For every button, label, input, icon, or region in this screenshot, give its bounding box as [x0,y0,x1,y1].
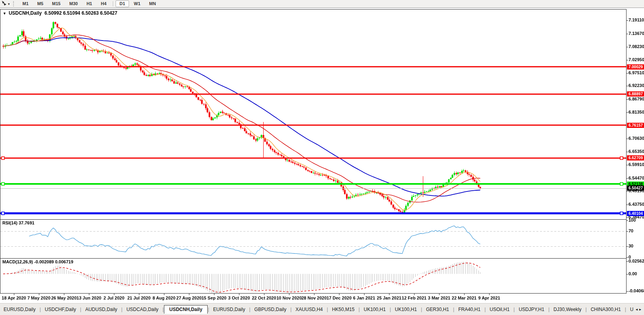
tab-scroll-right-icon[interactable]: ▸ [639,307,643,311]
toolbar-separator [113,1,113,6]
tab-dj30-weekly[interactable]: DJ30,Weekly [550,305,585,313]
price-axis-label: 7.02950 [629,57,644,62]
date-axis-label: 3 Oct 2020 [228,296,250,300]
cursor-tool-button[interactable]: ▾ [0,0,12,8]
price-axis-label: 6.81350 [629,110,644,114]
price-axis-label: 6.54470 [629,176,644,180]
date-axis-label: 26 May 2020 [51,296,77,300]
price-chart-canvas[interactable] [0,0,644,315]
current-price-label: 6.50427 [627,186,644,191]
tab-gbpusd-daily[interactable]: GBPUSD,Daily [251,305,290,313]
tab-uk100-h1[interactable]: UK100,H1 [391,305,420,313]
timeframe-button-d1[interactable]: D1 [116,0,129,7]
timeframe-buttons: M1M5M15M30H1H4D1W1MN [18,0,160,7]
price-axis-label: 6.65350 [629,149,644,154]
tab-usoil-h1[interactable]: USOil,H1 [486,305,513,313]
hline-price-label[interactable]: 6.62709 [627,155,644,160]
tab-usdchf-daily[interactable]: USDCHF,Daily [41,305,80,313]
price-axis-label: 7.08230 [629,44,644,49]
toolbar-grip [13,1,15,6]
date-axis-label: 27 Aug 2020 [176,296,202,300]
tab-usdcnh-daily[interactable]: USDCNH,Daily [164,305,207,314]
date-axis-label: 7 May 2020 [27,296,50,300]
tab-eurusd-daily[interactable]: EURUSD,Daily [210,305,249,313]
timeframe-button-mn[interactable]: MN [145,0,160,7]
rsi-axis-label: 70 [629,228,633,233]
rsi-axis-label: 100 [629,218,636,222]
hline-price-label[interactable]: 6.40104 [627,211,644,216]
price-axis-label: 6.59910 [629,162,644,167]
macd-axis-label: -0.040687 [629,288,644,293]
tab-hk50-m15[interactable]: HK50,M15 [328,305,358,313]
price-axis-label: 6.43750 [629,202,644,207]
price-axis-label: 6.86790 [629,97,644,101]
chart-ohlc-values: 6.50992 6.51094 6.50263 6.50427 [44,10,118,16]
tab-fra40-h1[interactable]: FRA40,H1 [455,305,484,313]
chart-symbol-dropdown-icon[interactable]: ▼ [3,12,6,15]
timeframe-button-m5[interactable]: M5 [33,0,47,7]
date-axis-label: 25 Jan 2021 [377,296,401,300]
timeframe-button-w1[interactable]: W1 [130,0,145,7]
chart-tab-bar: EURUSD,Daily|USDCHF,Daily|AUDUSD,Daily|U… [0,303,644,315]
timeframe-button-h1[interactable]: H1 [83,0,96,7]
caret-down-icon: ▾ [8,2,10,6]
date-axis-label: 18 Apr 2020 [2,296,26,300]
date-axis-label: 21 Jul 2020 [127,296,151,300]
timeframe-toolbar: ▾ M1M5M15M30H1H4D1W1MN [0,0,644,8]
tab-audusd-daily[interactable]: AUDUSD,Daily [82,305,121,313]
chart-title: ▼USDCNH,Daily 6.50992 6.51094 6.50263 6.… [3,10,117,16]
crosshair-pointer-icon [1,0,7,8]
trading-app-window: ▾ M1M5M15M30H1H4D1W1MN ▼USDCNH,Daily 6.5… [0,0,644,315]
tab-xauusd-h4[interactable]: XAUUSD,H4 [292,305,326,313]
date-axis-label: 2 Jul 2020 [104,296,125,300]
tab-ger30-h1[interactable]: GER30,H1 [422,305,453,313]
tab-eurusd-daily[interactable]: EURUSD,Daily [0,305,39,313]
macd-axis-label: 0.025623 [629,259,644,263]
macd-axis-label: 0.00 [629,271,637,276]
date-axis-label: 10 Nov 2020 [276,296,302,300]
date-axis-label: 3 Mar 2021 [428,296,450,300]
hline-price-label[interactable]: 7.00029 [627,64,644,70]
macd-label: MACD(12,26,9) -0.002089 0.006719 [2,259,73,264]
date-axis-label: 17 Dec 2020 [327,296,352,300]
timeframe-button-h4[interactable]: H4 [97,0,110,7]
date-axis-label: 9 Apr 2021 [478,296,500,300]
date-axis-label: 8 Aug 2020 [152,296,175,300]
tab-usdcad-daily[interactable]: USDCAD,Daily [123,305,162,313]
rsi-axis-label: 30 [629,243,633,248]
chart-symbol: USDCNH,Daily [9,10,42,16]
date-axis-label: 6 Jan 2021 [353,296,375,300]
price-axis-label: 7.13670 [629,31,644,36]
price-axis-label: 7.19110 [629,17,644,22]
date-axis-label: 22 Oct 2020 [252,296,276,300]
date-axis-label: 22 Mar 2021 [452,296,476,300]
date-axis-label: 15 Sep 2020 [202,296,227,300]
tab-china300-h1[interactable]: CHINA300,H1 [587,305,625,313]
timeframe-button-m1[interactable]: M1 [19,0,33,7]
tab-usdjpy-h1[interactable]: USDJPY,H1 [515,305,548,313]
timeframe-button-m15[interactable]: M15 [48,0,64,7]
date-axis-label: 28 Nov 2020 [301,296,327,300]
price-axis-label: 6.97510 [629,70,644,75]
hline-price-label[interactable]: 6.88897 [627,91,644,97]
hline-price-label[interactable]: 6.76157 [627,123,644,128]
rsi-label: RSI(14) 37.7691 [2,220,35,225]
tab-scroll-left-icon[interactable]: ◂ [636,307,639,311]
price-axis-label: 6.70630 [629,136,644,141]
timeframe-button-m30[interactable]: M30 [66,0,82,7]
date-axis-label: 13 Jun 2020 [77,296,101,300]
tab-uk100-h1[interactable]: UK100,H1 [360,305,389,313]
date-axis-label: 12 Feb 2021 [402,296,426,300]
price-axis-label: 6.92230 [629,83,644,88]
